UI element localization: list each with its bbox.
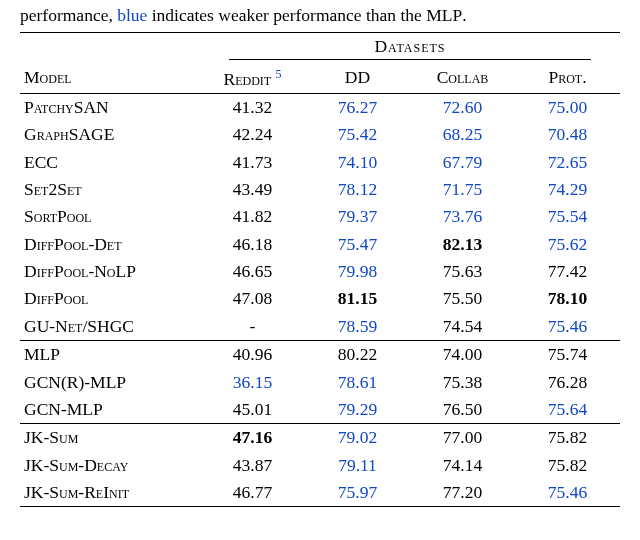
- value-cell: -: [200, 313, 305, 341]
- value-cell: 75.62: [515, 230, 620, 257]
- table-row: PatchySAN41.3276.2772.6075.00: [20, 93, 620, 121]
- model-cell: DiffPool: [20, 285, 200, 312]
- caption-prefix: performance,: [20, 5, 117, 25]
- value-cell: 75.38: [410, 368, 515, 395]
- value-cell: 71.75: [410, 176, 515, 203]
- value-cell: 79.37: [305, 203, 410, 230]
- value-cell: 82.13: [410, 230, 515, 257]
- value-cell: 75.97: [305, 479, 410, 507]
- model-cell: DiffPool-Det: [20, 230, 200, 257]
- value-cell: 75.50: [410, 285, 515, 312]
- model-header: Model: [20, 63, 200, 93]
- value-cell: 78.12: [305, 176, 410, 203]
- table-row: DiffPool-NoLP46.6579.9875.6377.42: [20, 258, 620, 285]
- model-cell: GU-Net/SHGC: [20, 313, 200, 341]
- caption-blue: blue: [117, 5, 147, 25]
- header-empty: [20, 33, 200, 64]
- value-cell: 67.79: [410, 148, 515, 175]
- value-cell: 78.59: [305, 313, 410, 341]
- column-header-0: Reddit 5: [200, 63, 305, 93]
- value-cell: 74.00: [410, 340, 515, 368]
- column-header-2: Collab: [410, 63, 515, 93]
- value-cell: 81.15: [305, 285, 410, 312]
- value-cell: 75.42: [305, 121, 410, 148]
- table-row: SortPool41.8279.3773.7675.54: [20, 203, 620, 230]
- value-cell: 75.64: [515, 396, 620, 424]
- model-cell: JK-Sum-Decay: [20, 451, 200, 478]
- model-cell: Set2Set: [20, 176, 200, 203]
- caption-mid: indicates weaker performance than the: [147, 5, 426, 25]
- value-cell: 75.00: [515, 93, 620, 121]
- model-cell: MLP: [20, 340, 200, 368]
- value-cell: 74.54: [410, 313, 515, 341]
- column-header-1: DD: [305, 63, 410, 93]
- caption-mlp: MLP: [426, 5, 462, 25]
- value-cell: 75.54: [515, 203, 620, 230]
- value-cell: 77.20: [410, 479, 515, 507]
- value-cell: 77.00: [410, 424, 515, 452]
- results-table: DatasetsModelReddit 5DDCollabProt.Patchy…: [20, 32, 620, 507]
- footnote-ref[interactable]: 5: [276, 67, 282, 81]
- value-cell: 43.49: [200, 176, 305, 203]
- model-cell: GCN(R)-MLP: [20, 368, 200, 395]
- value-cell: 70.48: [515, 121, 620, 148]
- model-cell: JK-Sum-ReInit: [20, 479, 200, 507]
- value-cell: 41.73: [200, 148, 305, 175]
- value-cell: 36.15: [200, 368, 305, 395]
- value-cell: 40.96: [200, 340, 305, 368]
- table-row: GCN-MLP45.0179.2976.5075.64: [20, 396, 620, 424]
- table-row: JK-Sum-Decay43.8779.1174.1475.82: [20, 451, 620, 478]
- value-cell: 79.29: [305, 396, 410, 424]
- value-cell: 79.02: [305, 424, 410, 452]
- table-row: GU-Net/SHGC-78.5974.5475.46: [20, 313, 620, 341]
- model-cell: DiffPool-NoLP: [20, 258, 200, 285]
- value-cell: 43.87: [200, 451, 305, 478]
- value-cell: 41.32: [200, 93, 305, 121]
- table-row: MLP40.9680.2274.0075.74: [20, 340, 620, 368]
- table-row: DiffPool47.0881.1575.5078.10: [20, 285, 620, 312]
- model-cell: ECC: [20, 148, 200, 175]
- value-cell: 46.18: [200, 230, 305, 257]
- value-cell: 75.46: [515, 479, 620, 507]
- table-row: JK-Sum47.1679.0277.0075.82: [20, 424, 620, 452]
- value-cell: 79.98: [305, 258, 410, 285]
- datasets-header: Datasets: [200, 33, 620, 64]
- table-row: DiffPool-Det46.1875.4782.1375.62: [20, 230, 620, 257]
- caption-end: .: [462, 5, 466, 25]
- value-cell: 74.10: [305, 148, 410, 175]
- value-cell: 72.60: [410, 93, 515, 121]
- table-caption: performance, blue indicates weaker perfo…: [20, 4, 620, 28]
- value-cell: 75.47: [305, 230, 410, 257]
- value-cell: 78.10: [515, 285, 620, 312]
- value-cell: 68.25: [410, 121, 515, 148]
- value-cell: 78.61: [305, 368, 410, 395]
- value-cell: 76.27: [305, 93, 410, 121]
- value-cell: 74.29: [515, 176, 620, 203]
- value-cell: 47.08: [200, 285, 305, 312]
- value-cell: 80.22: [305, 340, 410, 368]
- value-cell: 47.16: [200, 424, 305, 452]
- value-cell: 75.82: [515, 451, 620, 478]
- value-cell: 41.82: [200, 203, 305, 230]
- value-cell: 42.24: [200, 121, 305, 148]
- value-cell: 73.76: [410, 203, 515, 230]
- value-cell: 77.42: [515, 258, 620, 285]
- value-cell: 79.11: [305, 451, 410, 478]
- column-header-3: Prot.: [515, 63, 620, 93]
- model-cell: SortPool: [20, 203, 200, 230]
- model-cell: GCN-MLP: [20, 396, 200, 424]
- value-cell: 75.46: [515, 313, 620, 341]
- table-row: GraphSAGE42.2475.4268.2570.48: [20, 121, 620, 148]
- value-cell: 75.63: [410, 258, 515, 285]
- value-cell: 76.28: [515, 368, 620, 395]
- value-cell: 74.14: [410, 451, 515, 478]
- value-cell: 46.77: [200, 479, 305, 507]
- value-cell: 72.65: [515, 148, 620, 175]
- table-row: JK-Sum-ReInit46.7775.9777.2075.46: [20, 479, 620, 507]
- value-cell: 46.65: [200, 258, 305, 285]
- value-cell: 75.74: [515, 340, 620, 368]
- value-cell: 75.82: [515, 424, 620, 452]
- table-row: Set2Set43.4978.1271.7574.29: [20, 176, 620, 203]
- table-row: ECC41.7374.1067.7972.65: [20, 148, 620, 175]
- model-cell: GraphSAGE: [20, 121, 200, 148]
